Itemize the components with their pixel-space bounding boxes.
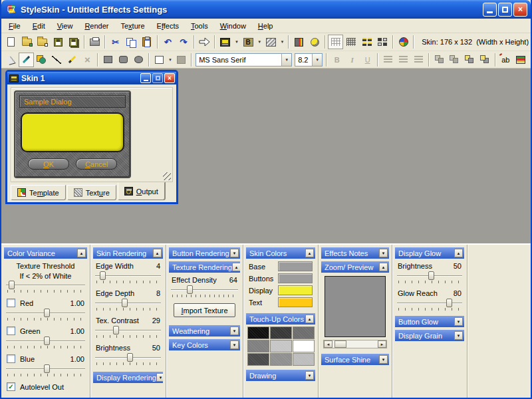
pen-tool-button[interactable] — [65, 53, 80, 67]
tex-contrast-slider[interactable] — [95, 326, 161, 334]
bring-front-button[interactable] — [447, 53, 462, 67]
text-color-swatch[interactable] — [278, 297, 313, 307]
scroll-left-button[interactable]: ◄ — [324, 340, 332, 348]
import-texture-button[interactable]: Import Texture — [174, 303, 235, 317]
save-button[interactable] — [51, 35, 66, 49]
touch-up-swatch[interactable] — [270, 327, 292, 339]
undo-button[interactable]: ↶ — [160, 35, 176, 49]
menu-render[interactable]: Render — [78, 20, 114, 32]
menu-tools[interactable]: Tools — [185, 20, 214, 32]
stroke-color-button[interactable] — [174, 53, 189, 67]
pointer-tool-button[interactable] — [3, 53, 19, 67]
collapse-button[interactable]: ▲ — [305, 315, 314, 323]
rectangle-tool-button[interactable] — [100, 53, 116, 67]
scroll-right-button[interactable]: ► — [378, 340, 386, 348]
panel-header-weathering[interactable]: Weathering ▼ — [169, 325, 240, 336]
threshold-slider[interactable] — [6, 281, 85, 289]
red-checkbox[interactable] — [7, 299, 15, 307]
scrollbar-thumb[interactable] — [334, 340, 346, 348]
menu-window[interactable]: Window — [214, 20, 252, 32]
collapse-button[interactable]: ▲ — [77, 249, 86, 257]
texture-fill-dropdown[interactable]: ▼ — [279, 35, 286, 49]
align-left-button[interactable] — [380, 53, 396, 67]
slider-thumb[interactable] — [122, 299, 128, 307]
ellipse-tool-button[interactable] — [131, 53, 146, 67]
grid-buttons-button[interactable] — [359, 35, 375, 49]
slider-thumb[interactable] — [428, 271, 434, 280]
close-button[interactable]: × — [513, 3, 527, 17]
panel-header-display-rendering[interactable]: Display Rendering ▼ — [93, 372, 163, 383]
tab-texture[interactable]: Texture — [67, 185, 116, 200]
line-tool-button[interactable] — [49, 53, 65, 67]
display-color-button[interactable] — [217, 35, 233, 49]
edge-depth-slider[interactable] — [95, 299, 161, 307]
menu-view[interactable]: View — [51, 20, 79, 32]
panel-header-drawing[interactable]: Drawing ▼ — [246, 370, 315, 381]
delete-tool-button[interactable]: × — [80, 53, 95, 67]
chevron-down-icon[interactable]: ▼ — [281, 54, 291, 66]
grid-large-button[interactable] — [343, 35, 359, 49]
copy-button[interactable] — [124, 35, 140, 49]
blue-checkbox[interactable] — [7, 354, 15, 363]
touch-up-swatch[interactable] — [247, 340, 269, 352]
collapse-button[interactable]: ▲ — [454, 249, 463, 257]
grid-cells-button[interactable] — [374, 35, 390, 49]
glow-brightness-slider[interactable] — [397, 271, 462, 280]
green-slider[interactable] — [6, 336, 85, 345]
font-size-combo[interactable]: 8.2 ▼ — [295, 53, 323, 66]
buttons-color-swatch[interactable] — [278, 273, 313, 283]
expand-button[interactable]: ▼ — [379, 249, 388, 257]
shine-button[interactable] — [307, 35, 323, 49]
align-center-button[interactable] — [396, 53, 411, 67]
collapse-button[interactable]: ▲ — [379, 263, 388, 271]
slider-thumb[interactable] — [44, 336, 50, 345]
skin-close-button[interactable]: × — [164, 73, 175, 83]
italic-button[interactable]: I — [344, 53, 360, 67]
expand-button[interactable]: ▼ — [379, 355, 388, 364]
rounded-rect-tool-button[interactable] — [116, 53, 131, 67]
expand-button[interactable]: ▼ — [230, 340, 239, 349]
touch-up-swatch[interactable] — [293, 340, 315, 352]
panel-header-display-grain[interactable]: Display Grain ▼ — [395, 330, 464, 341]
touch-up-swatch[interactable] — [247, 353, 269, 366]
panel-header-key-colors[interactable]: Key Colors ▼ — [169, 339, 240, 350]
redo-button[interactable]: ↷ — [176, 35, 192, 49]
expand-button[interactable]: ▼ — [230, 249, 239, 257]
paste-button[interactable] — [139, 35, 155, 49]
bold-color-dropdown[interactable]: ▼ — [256, 35, 263, 49]
save-as-button[interactable] — [66, 35, 82, 49]
skin-window[interactable]: Skin 1 × Sample Dialog OK Cancel — [5, 70, 178, 204]
glow-reach-slider[interactable] — [397, 299, 462, 307]
export-button[interactable] — [291, 35, 307, 49]
fill-color-dropdown[interactable]: ▼ — [167, 53, 174, 67]
panel-header-color-variance[interactable]: Color Variance ▲ — [4, 247, 87, 259]
tab-template[interactable]: Template — [11, 185, 66, 200]
collapse-button[interactable]: ▲ — [232, 263, 240, 271]
render-globe-button[interactable] — [396, 35, 412, 49]
edge-width-slider[interactable] — [95, 271, 161, 280]
slider-thumb[interactable] — [44, 309, 50, 317]
tab-output[interactable]: Output — [118, 182, 165, 200]
autolevel-checkbox[interactable]: ✓ — [7, 382, 15, 391]
red-slider[interactable] — [6, 309, 85, 317]
expand-button[interactable]: ▼ — [454, 317, 463, 326]
menu-texture[interactable]: Texture — [114, 20, 150, 32]
touch-up-swatch[interactable] — [293, 353, 315, 366]
display-color-dropdown[interactable]: ▼ — [233, 35, 241, 49]
align-right-button[interactable] — [411, 53, 426, 67]
panel-header-touch-up-colors[interactable]: Touch-Up Colors ▲ — [246, 313, 315, 325]
collapse-button[interactable]: ▲ — [153, 249, 162, 257]
open-effects-button[interactable] — [35, 35, 51, 49]
rename-button[interactable]: ab — [498, 53, 513, 67]
panel-header-display-glow[interactable]: Display Glow ▲ — [395, 247, 464, 259]
slider-thumb[interactable] — [127, 353, 133, 362]
blue-slider[interactable] — [6, 364, 85, 373]
touch-up-swatch[interactable] — [270, 340, 292, 352]
collapse-button[interactable]: ▲ — [305, 249, 314, 257]
dropper-tool-button[interactable] — [19, 53, 34, 67]
touch-up-swatch[interactable] — [270, 353, 292, 366]
skin-maximize-button[interactable] — [152, 73, 163, 83]
cut-button[interactable]: ✂ — [108, 35, 124, 49]
panel-header-zoom-preview[interactable]: Zoom/ Preview ▲ — [321, 261, 389, 273]
grid-small-button[interactable] — [328, 35, 344, 49]
